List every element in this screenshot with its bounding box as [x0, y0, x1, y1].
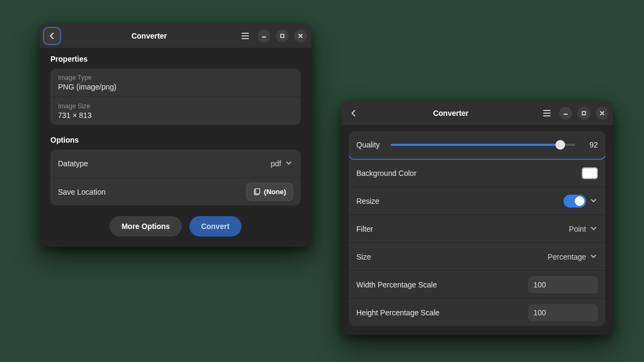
- datatype-label: Datatype: [58, 159, 88, 168]
- size-value: Percentage: [547, 253, 586, 261]
- height-scale-value: 100: [533, 308, 546, 317]
- height-scale-row: Height Percentage Scale 100: [349, 298, 605, 326]
- quality-row: Quality 92: [349, 131, 605, 159]
- chevron-down-icon: [590, 225, 598, 233]
- properties-heading: Properties: [50, 55, 301, 63]
- file-icon: [253, 188, 261, 196]
- chevron-down-icon: [590, 253, 598, 261]
- width-scale-input[interactable]: 100: [528, 276, 598, 293]
- width-scale-label: Width Percentage Scale: [356, 280, 437, 289]
- action-buttons: More Options Convert: [50, 216, 301, 237]
- quality-label: Quality: [356, 141, 380, 149]
- minimize-button[interactable]: [559, 107, 572, 120]
- datatype-value: pdf: [271, 159, 281, 168]
- window-controls: [540, 106, 609, 120]
- filter-value: Point: [569, 225, 586, 233]
- close-button[interactable]: [294, 29, 307, 42]
- quality-value: 92: [584, 141, 598, 149]
- convert-button[interactable]: Convert: [189, 216, 241, 237]
- maximize-button[interactable]: [577, 107, 590, 120]
- titlebar: Converter: [341, 101, 613, 125]
- background-color-row: Background Color: [349, 159, 605, 187]
- save-location-row: Save Location (None): [50, 178, 301, 205]
- options-list: Quality 92 Background Color Resize: [349, 131, 605, 326]
- svg-rect-2: [255, 188, 260, 194]
- window-title: Converter: [362, 109, 540, 117]
- converter-window-main: Converter Properties Image Type PNG (ima…: [40, 24, 311, 247]
- size-row[interactable]: Size Percentage: [349, 242, 605, 270]
- svg-rect-0: [281, 34, 284, 38]
- more-options-button[interactable]: More Options: [109, 216, 181, 237]
- options-card: Datatype pdf Save Location (None): [50, 150, 301, 205]
- background-color-label: Background Color: [356, 169, 416, 178]
- width-scale-value: 100: [533, 280, 546, 289]
- filter-row[interactable]: Filter Point: [349, 215, 605, 242]
- window-controls: [238, 29, 307, 43]
- titlebar: Converter: [40, 24, 311, 48]
- datatype-row[interactable]: Datatype pdf: [50, 150, 301, 178]
- chevron-down-icon: [286, 160, 293, 167]
- width-scale-row: Width Percentage Scale 100: [349, 270, 605, 298]
- back-button[interactable]: [44, 28, 60, 44]
- background-color-swatch[interactable]: [582, 167, 598, 179]
- image-type-label: Image Type: [58, 74, 293, 82]
- save-location-label: Save Location: [58, 188, 106, 196]
- window-body: Properties Image Type PNG (image/png) Im…: [40, 48, 311, 245]
- resize-toggle[interactable]: [564, 195, 586, 208]
- resize-label: Resize: [356, 197, 379, 205]
- back-button[interactable]: [346, 105, 362, 121]
- height-scale-input[interactable]: 100: [528, 304, 598, 321]
- image-size-value: 731 × 813: [58, 111, 293, 120]
- converter-window-options: Converter Quality: [341, 101, 613, 335]
- window-body: Quality 92 Background Color Resize: [341, 125, 613, 326]
- minimize-button[interactable]: [258, 29, 270, 42]
- image-type-value: PNG (image/png): [58, 83, 293, 91]
- filter-label: Filter: [356, 225, 373, 233]
- image-size-label: Image Size: [58, 102, 293, 110]
- options-heading: Options: [50, 136, 301, 144]
- properties-card: Image Type PNG (image/png) Image Size 73…: [50, 69, 301, 125]
- size-label: Size: [356, 253, 371, 261]
- menu-button[interactable]: [540, 106, 554, 120]
- maximize-button[interactable]: [276, 29, 289, 42]
- close-button[interactable]: [596, 107, 609, 120]
- resize-row: Resize: [349, 187, 605, 215]
- height-scale-label: Height Percentage Scale: [356, 308, 440, 317]
- quality-slider[interactable]: [391, 144, 575, 146]
- menu-button[interactable]: [238, 29, 252, 43]
- svg-rect-3: [582, 112, 586, 115]
- image-size-row: Image Size 731 × 813: [50, 97, 301, 125]
- chevron-down-icon[interactable]: [590, 197, 598, 205]
- image-type-row: Image Type PNG (image/png): [50, 69, 301, 97]
- save-location-picker[interactable]: (None): [246, 183, 293, 201]
- window-title: Converter: [60, 32, 238, 40]
- save-location-value: (None): [264, 188, 286, 196]
